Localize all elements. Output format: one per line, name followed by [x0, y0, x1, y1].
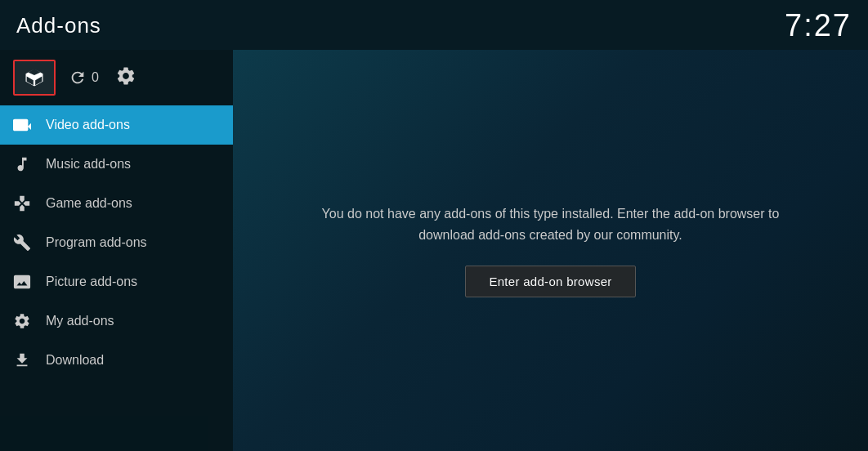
box-icon [23, 66, 46, 89]
video-icon [13, 116, 31, 134]
sidebar-item-music-label: Music add-ons [46, 157, 131, 172]
sidebar-item-game-label: Game add-ons [46, 196, 132, 211]
game-icon [13, 194, 31, 212]
empty-message: You do not have any add-ons of this type… [322, 203, 780, 245]
program-icon [13, 234, 31, 252]
clock: 7:27 [785, 8, 852, 43]
sidebar-item-music[interactable]: Music add-ons [0, 145, 233, 184]
nav-list: Video add-ons Music add-ons Game add-ons [0, 105, 233, 451]
sidebar-item-video-label: Video add-ons [46, 118, 130, 132]
main-layout: 0 Video add-ons [0, 50, 868, 451]
sidebar-item-download-label: Download [46, 353, 104, 368]
refresh-count: 0 [92, 70, 99, 85]
sidebar-item-myaddon[interactable]: My add-ons [0, 301, 233, 341]
sidebar-item-picture-label: Picture add-ons [46, 275, 137, 289]
enter-browser-button[interactable]: Enter add-on browser [465, 266, 635, 297]
toolbar: 0 [0, 50, 233, 105]
refresh-icon [69, 69, 87, 87]
sidebar-item-program-label: Program add-ons [46, 235, 147, 250]
sidebar-item-download[interactable]: Download [0, 341, 233, 380]
picture-icon [13, 273, 31, 291]
page-title: Add-ons [16, 13, 101, 38]
sidebar-item-program[interactable]: Program add-ons [0, 223, 233, 262]
gear-icon [115, 65, 136, 87]
sidebar: 0 Video add-ons [0, 50, 233, 451]
sidebar-item-video[interactable]: Video add-ons [0, 105, 233, 145]
refresh-button[interactable]: 0 [69, 69, 99, 87]
sidebar-item-game[interactable]: Game add-ons [0, 184, 233, 223]
download-icon [13, 351, 31, 369]
addon-icon-button[interactable] [13, 60, 56, 96]
header: Add-ons 7:27 [0, 0, 868, 50]
myaddon-icon [13, 312, 31, 330]
sidebar-item-picture[interactable]: Picture add-ons [0, 262, 233, 301]
content-area: You do not have any add-ons of this type… [233, 50, 868, 451]
settings-button[interactable] [115, 65, 136, 90]
sidebar-item-myaddon-label: My add-ons [46, 314, 114, 328]
music-icon [13, 155, 31, 173]
